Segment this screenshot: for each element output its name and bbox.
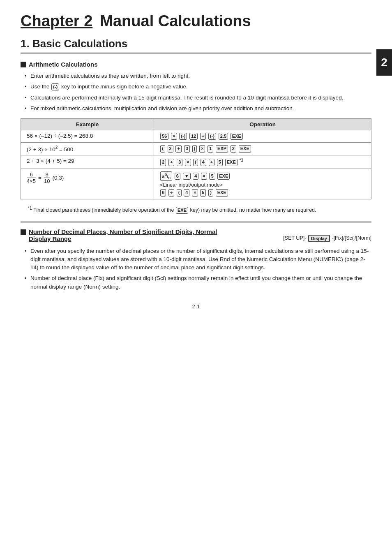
arithmetic-bullets: Enter arithmetic calculations as they ar…	[21, 72, 371, 113]
minus-key: (-)	[51, 83, 59, 90]
key-exe5: EXE	[216, 189, 228, 196]
bullet-4: For mixed arithmetic calculations, multi…	[25, 104, 371, 113]
key-5c: 5	[200, 189, 206, 196]
key-times3: ×	[185, 159, 191, 166]
example-1: 56 × (–12) ÷ (–2.5) = 268.8	[21, 130, 154, 143]
col-example: Example	[21, 119, 154, 130]
operation-3: 2 + 3 × ( 4 + 5 EXE *1	[154, 155, 371, 169]
bullet-3: Calculations are performed internally wi…	[25, 94, 371, 102]
key-exp: EXP	[216, 145, 228, 152]
key-abc: ab/c	[160, 171, 172, 181]
operation-4: ab/c 6 ▼ 4 × 5 EXE <Linear input/output …	[154, 169, 371, 199]
key-oparen3: (	[177, 189, 182, 196]
table-row: 2 + 3 × (4 + 5) = 29 2 + 3 × ( 4 + 5 EXE…	[21, 155, 371, 169]
key-div2: ÷	[168, 189, 174, 196]
example-4: 6 4×5 = 3 10 (0.3)	[21, 169, 154, 199]
bullet-2: Use the (-) key to input the minus sign …	[25, 83, 371, 91]
key-3c: 3	[177, 159, 182, 166]
key-4c: 4	[184, 189, 189, 196]
key-plus: +	[175, 145, 181, 152]
table-row: 6 4×5 = 3 10 (0.3) ab/c 6 ▼ 4	[21, 169, 371, 199]
calculations-table: Example Operation 56 × (–12) ÷ (–2.5) = …	[21, 118, 371, 199]
decimal-bullets: Even after you specify the number of dec…	[21, 247, 371, 291]
display-key: Display	[308, 235, 330, 242]
key-times2: ×	[199, 145, 205, 152]
key-2: 2	[168, 145, 173, 152]
key-12: 12	[189, 133, 198, 140]
key-oparen2: (	[193, 159, 198, 166]
col-operation: Operation	[154, 119, 371, 130]
footnote-ref: *1	[240, 158, 243, 162]
key-6c: 6	[160, 189, 166, 196]
example-2: (2 + 3) × 102 = 500	[21, 143, 154, 155]
decimal-heading: Number of Decimal Places, Number of Sign…	[29, 228, 217, 242]
chapter-tab: 2	[376, 49, 392, 76]
key-times5: ×	[192, 189, 198, 196]
section-divider	[21, 222, 371, 222]
linear-mode-label: <Linear input/output mode>	[160, 182, 365, 188]
key-neg1: (-)	[179, 133, 187, 140]
table-row: 56 × (–12) ÷ (–2.5) = 268.8 56 × (-) 12 …	[21, 130, 371, 143]
arithmetic-heading: Arithmetic Calculations	[21, 61, 371, 68]
key-3: 3	[184, 145, 190, 152]
fraction: 6 4×5	[27, 171, 36, 185]
key-1: 1	[208, 145, 213, 152]
section-square-icon-2	[21, 229, 26, 235]
chapter-label: Chapter 2	[21, 12, 92, 30]
key-plus3: +	[209, 159, 214, 166]
key-25: 2.5	[219, 133, 228, 140]
key-neg2: (-)	[208, 133, 216, 140]
key-exe1: EXE	[231, 133, 243, 140]
chapter-title: Chapter 2Manual Calculations	[21, 12, 371, 30]
decimal-bullet-1: Even after you specify the number of dec…	[25, 247, 371, 272]
key-div: ÷	[200, 133, 206, 140]
key-oparen: (	[160, 145, 165, 152]
operation-1: 56 × (-) 12 ÷ (-) 2.5 EXE	[154, 130, 371, 143]
setup-label: [SET UP]- Display -[Fix]/[Sci]/[Norm]	[275, 235, 371, 242]
decimal-bullet-2: Number of decimal place (Fix) and signif…	[25, 274, 371, 291]
decimal-section-header: Number of Decimal Places, Number of Sign…	[21, 228, 371, 242]
table-row: (2 + 3) × 102 = 500 ( 2 + 3 ) × 1 EXP 2 …	[21, 143, 371, 155]
key-cparen: )	[192, 145, 197, 152]
key-5: 5	[217, 159, 223, 166]
footnote-text: *1 Final closed parentheses (immediately…	[21, 205, 371, 214]
key-times4: ×	[201, 173, 207, 180]
key-56: 56	[160, 133, 168, 140]
fraction2: 3 10	[44, 171, 50, 185]
key-5b: 5	[209, 173, 215, 180]
key-times: ×	[171, 133, 177, 140]
key-exe-ref: EXE	[176, 207, 188, 214]
key-4b: 4	[193, 173, 198, 180]
example-3: 2 + 3 × (4 + 5) = 29	[21, 155, 154, 169]
section1-title: 1. Basic Calculations	[21, 37, 371, 53]
page-number: 2-1	[21, 303, 371, 310]
bullet-1: Enter arithmetic calculations as they ar…	[25, 72, 371, 80]
operation-2: ( 2 + 3 ) × 1 EXP 2 EXE	[154, 143, 371, 155]
key-6: 6	[175, 173, 180, 180]
key-down: ▼	[183, 173, 191, 180]
section-square-icon	[21, 62, 26, 67]
key-2c: 2	[160, 159, 166, 166]
key-exe2: EXE	[239, 145, 251, 152]
chapter-title-text: Manual Calculations	[100, 12, 251, 30]
key-cparen2: )	[208, 189, 213, 196]
key-exe3: EXE	[225, 159, 238, 166]
key-4: 4	[201, 159, 206, 166]
key-plus2: +	[168, 159, 174, 166]
key-2b: 2	[231, 145, 236, 152]
key-exe4: EXE	[217, 173, 230, 180]
